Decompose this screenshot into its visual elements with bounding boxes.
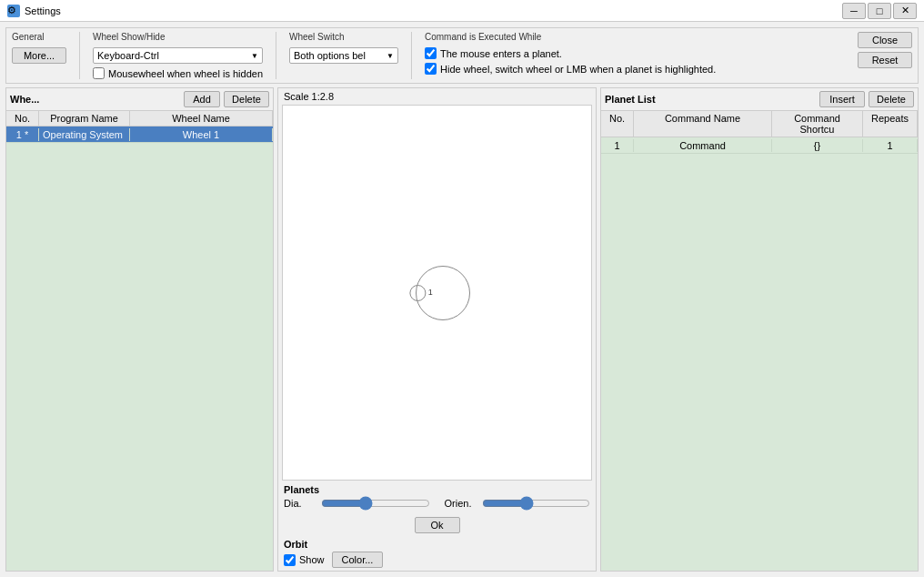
- divider-2: [276, 32, 276, 79]
- app-icon: ⚙: [7, 5, 20, 17]
- pcol-no: No.: [601, 111, 634, 137]
- show-checkbox[interactable]: [284, 554, 296, 566]
- wheel-switch-label: Wheel Switch: [289, 32, 398, 42]
- delete-planet-button[interactable]: Delete: [869, 91, 914, 107]
- hide-wheel-label: Hide wheel, switch wheel or LMB when a p…: [440, 64, 716, 75]
- hide-wheel-checkbox[interactable]: [425, 63, 437, 75]
- right-panel: Planet List Insert Delete No. Command Na…: [600, 87, 919, 572]
- close-button[interactable]: Close: [858, 32, 912, 48]
- planets-controls: Planets Dia. Orien.: [278, 481, 596, 514]
- planet-outer-circle: [416, 266, 470, 320]
- planet-table-header: No. Command Name Command Shortcu Repeats: [601, 110, 918, 137]
- reset-button[interactable]: Reset: [858, 52, 912, 68]
- main-area: Whe... Add Delete No. Program Name Wheel…: [5, 87, 919, 572]
- prow-shortcut: {}: [772, 139, 863, 152]
- top-right-buttons: Close Reset: [858, 32, 912, 68]
- wheel-panel: Whe... Add Delete No. Program Name Wheel…: [5, 87, 274, 572]
- wheel-table-body: 1 * Operating System Wheel 1: [6, 127, 273, 571]
- center-panel: Scale 1:2.8 1 Planets Dia. Orien. Ok Orb…: [277, 87, 597, 572]
- prow-command: Command: [634, 139, 772, 152]
- wheel-show-hide-label: Wheel Show/Hide: [93, 32, 263, 42]
- wheel-table-header: No. Program Name Wheel Name: [6, 110, 273, 127]
- title-bar: ⚙ Settings ─ □ ✕: [0, 0, 924, 22]
- pcol-command: Command Name: [634, 111, 772, 137]
- prow-repeats: 1: [863, 139, 918, 152]
- scale-label: Scale 1:2.8: [278, 88, 596, 105]
- planet-canvas: 1: [282, 105, 592, 481]
- general-label: General: [12, 32, 66, 42]
- wheel-panel-header: Whe... Add Delete: [6, 88, 273, 110]
- divider-1: [79, 32, 80, 79]
- divider-3: [411, 32, 412, 79]
- more-button[interactable]: More...: [12, 47, 66, 64]
- show-checkbox-row: Show: [284, 554, 325, 566]
- planet-list-title: Planet List: [605, 94, 816, 105]
- ok-btn-row: Ok: [278, 514, 596, 536]
- mousewheel-hidden-checkbox[interactable]: [93, 67, 105, 79]
- window-controls: ─ □ ✕: [842, 3, 917, 19]
- dropdown-arrow-2-icon: ▼: [387, 52, 394, 60]
- cmd-checkbox1-row: The mouse enters a planet.: [425, 47, 849, 59]
- maximize-button[interactable]: □: [868, 3, 891, 19]
- row-no: 1 *: [6, 128, 39, 141]
- mouse-enters-label: The mouse enters a planet.: [440, 48, 562, 59]
- wheel-show-hide-dropdown[interactable]: Keyboard-Ctrl ▼: [93, 47, 263, 64]
- delete-wheel-button[interactable]: Delete: [224, 91, 269, 107]
- dropdown-arrow-icon: ▼: [251, 52, 258, 60]
- toolbar: General More... Wheel Show/Hide Keyboard…: [5, 27, 919, 84]
- window-title: Settings: [25, 5, 842, 16]
- planet-list-header: Planet List Insert Delete: [601, 88, 918, 110]
- dia-slider[interactable]: [321, 498, 430, 509]
- window-content: General More... Wheel Show/Hide Keyboard…: [0, 22, 924, 577]
- table-row[interactable]: 1 * Operating System Wheel 1: [6, 127, 273, 143]
- add-wheel-button[interactable]: Add: [184, 91, 220, 107]
- wheel-panel-title: Whe...: [10, 94, 180, 105]
- wheel-switch-value: Both options bel: [294, 50, 366, 61]
- col-program: Program Name: [39, 111, 130, 126]
- wheel-switch-section: Wheel Switch Both options bel ▼: [289, 32, 398, 64]
- wheel-show-hide-value: Keyboard-Ctrl: [97, 50, 159, 61]
- wheel-show-hide-section: Wheel Show/Hide Keyboard-Ctrl ▼ Mousewhe…: [93, 32, 263, 79]
- row-wheel: Wheel 1: [130, 128, 273, 141]
- command-executed-label: Command is Executed While: [425, 32, 849, 42]
- wheel-switch-dropdown[interactable]: Both options bel ▼: [289, 47, 398, 64]
- dia-label: Dia.: [284, 498, 316, 509]
- col-no: No.: [6, 111, 39, 126]
- minimize-button[interactable]: ─: [842, 3, 866, 19]
- orien-slider[interactable]: [482, 498, 591, 509]
- mousewheel-checkbox-row: Mousewheel when wheel is hidden: [93, 67, 263, 79]
- general-section: General More...: [12, 32, 66, 64]
- prow-no: 1: [601, 139, 634, 152]
- row-program: Operating System: [39, 128, 130, 141]
- mousewheel-hidden-label: Mousewheel when wheel is hidden: [108, 68, 263, 79]
- pcol-repeats: Repeats: [863, 111, 918, 137]
- ok-button[interactable]: Ok: [415, 517, 460, 533]
- close-window-button[interactable]: ✕: [893, 3, 917, 19]
- pcol-shortcut: Command Shortcu: [772, 111, 863, 137]
- orbit-section: Orbit Show Color...: [278, 536, 596, 571]
- insert-planet-button[interactable]: Insert: [819, 91, 865, 107]
- orbit-label: Orbit: [284, 539, 590, 550]
- color-button[interactable]: Color...: [332, 552, 384, 568]
- planet-row[interactable]: 1 Command {} 1: [601, 137, 918, 154]
- col-wheel: Wheel Name: [130, 111, 273, 126]
- show-label: Show: [299, 554, 325, 565]
- command-executed-section: Command is Executed While The mouse ente…: [425, 32, 849, 75]
- dia-slider-row: Dia. Orien.: [284, 498, 590, 509]
- cmd-checkbox2-row: Hide wheel, switch wheel or LMB when a p…: [425, 63, 849, 75]
- planets-label: Planets: [284, 484, 590, 495]
- orbit-controls: Show Color...: [284, 552, 590, 568]
- mouse-enters-checkbox[interactable]: [425, 47, 437, 59]
- planet-table-body: 1 Command {} 1: [601, 137, 918, 571]
- orien-label: Orien.: [445, 498, 477, 509]
